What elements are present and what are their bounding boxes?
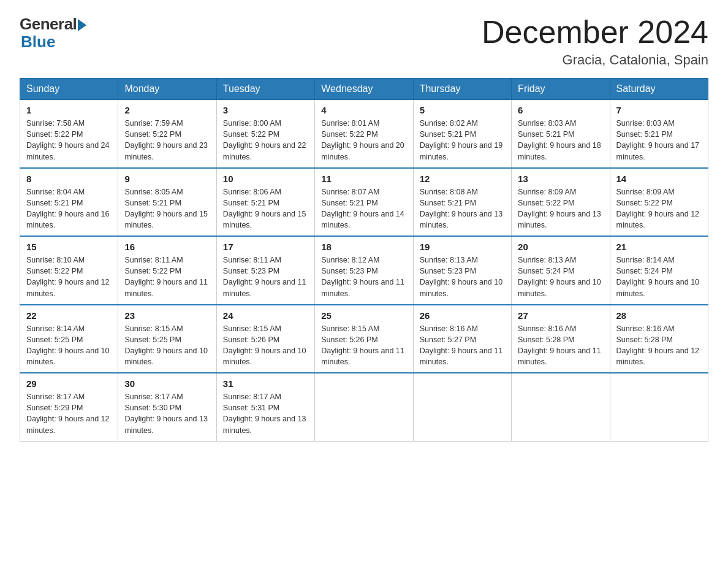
calendar-cell: 27 Sunrise: 8:16 AMSunset: 5:28 PMDaylig… [512,305,610,373]
day-info: Sunrise: 8:11 AMSunset: 5:22 PMDaylight:… [124,256,208,297]
weekday-header: Tuesday [216,79,314,100]
calendar-cell: 31 Sunrise: 8:17 AMSunset: 5:31 PMDaylig… [216,373,314,441]
day-number: 11 [321,174,406,184]
calendar-cell: 7 Sunrise: 8:03 AMSunset: 5:21 PMDayligh… [610,100,708,168]
calendar-week-row: 29 Sunrise: 8:17 AMSunset: 5:29 PMDaylig… [20,373,708,441]
day-number: 13 [518,174,603,184]
day-info: Sunrise: 8:09 AMSunset: 5:22 PMDaylight:… [518,188,601,229]
calendar-cell: 4 Sunrise: 8:01 AMSunset: 5:22 PMDayligh… [315,100,413,168]
day-number: 27 [518,310,603,321]
day-number: 20 [518,242,603,252]
calendar-cell: 1 Sunrise: 7:58 AMSunset: 5:22 PMDayligh… [20,100,118,168]
day-info: Sunrise: 8:08 AMSunset: 5:21 PMDaylight:… [420,188,503,229]
day-info: Sunrise: 8:17 AMSunset: 5:31 PMDaylight:… [223,393,306,434]
day-info: Sunrise: 8:09 AMSunset: 5:22 PMDaylight:… [616,188,700,229]
calendar-cell [512,373,610,441]
calendar-cell: 8 Sunrise: 8:04 AMSunset: 5:21 PMDayligh… [20,168,118,237]
calendar-cell: 21 Sunrise: 8:14 AMSunset: 5:24 PMDaylig… [610,236,708,305]
calendar-cell: 30 Sunrise: 8:17 AMSunset: 5:30 PMDaylig… [118,373,216,441]
day-info: Sunrise: 8:03 AMSunset: 5:21 PMDaylight:… [518,119,601,161]
day-number: 30 [124,378,210,389]
calendar-cell: 25 Sunrise: 8:15 AMSunset: 5:26 PMDaylig… [315,305,413,373]
day-info: Sunrise: 8:13 AMSunset: 5:23 PMDaylight:… [420,256,503,297]
day-info: Sunrise: 8:10 AMSunset: 5:22 PMDaylight:… [26,256,110,297]
calendar-cell: 5 Sunrise: 8:02 AMSunset: 5:21 PMDayligh… [413,100,511,168]
day-info: Sunrise: 8:03 AMSunset: 5:21 PMDaylight:… [616,119,700,161]
day-number: 2 [124,105,210,115]
day-info: Sunrise: 8:00 AMSunset: 5:22 PMDaylight:… [223,119,306,161]
day-info: Sunrise: 8:05 AMSunset: 5:21 PMDaylight:… [124,188,208,229]
logo: General Blue [20,15,86,52]
calendar-cell: 13 Sunrise: 8:09 AMSunset: 5:22 PMDaylig… [512,168,610,237]
weekday-header: Sunday [20,79,118,100]
day-number: 4 [321,105,406,115]
day-number: 24 [223,310,308,321]
day-info: Sunrise: 8:15 AMSunset: 5:26 PMDaylight:… [223,324,306,366]
day-number: 18 [321,242,406,252]
calendar-cell: 23 Sunrise: 8:15 AMSunset: 5:25 PMDaylig… [118,305,216,373]
title-block: December 2024 Gracia, Catalonia, Spain [482,15,708,68]
weekday-header: Friday [512,79,610,100]
day-info: Sunrise: 8:12 AMSunset: 5:23 PMDaylight:… [321,256,404,297]
day-info: Sunrise: 8:13 AMSunset: 5:24 PMDaylight:… [518,256,601,297]
calendar-cell: 15 Sunrise: 8:10 AMSunset: 5:22 PMDaylig… [20,236,118,305]
calendar-cell: 12 Sunrise: 8:08 AMSunset: 5:21 PMDaylig… [413,168,511,237]
day-number: 19 [420,242,505,252]
calendar-cell: 11 Sunrise: 8:07 AMSunset: 5:21 PMDaylig… [315,168,413,237]
day-info: Sunrise: 8:16 AMSunset: 5:28 PMDaylight:… [518,324,601,366]
day-number: 31 [223,378,308,389]
day-info: Sunrise: 8:02 AMSunset: 5:21 PMDaylight:… [420,119,503,161]
calendar-cell: 18 Sunrise: 8:12 AMSunset: 5:23 PMDaylig… [315,236,413,305]
calendar-cell: 3 Sunrise: 8:00 AMSunset: 5:22 PMDayligh… [216,100,314,168]
day-info: Sunrise: 8:16 AMSunset: 5:28 PMDaylight:… [616,324,700,366]
day-number: 14 [616,174,702,184]
day-number: 17 [223,242,308,252]
calendar-cell: 20 Sunrise: 8:13 AMSunset: 5:24 PMDaylig… [512,236,610,305]
calendar-cell: 19 Sunrise: 8:13 AMSunset: 5:23 PMDaylig… [413,236,511,305]
day-number: 21 [616,242,702,252]
calendar-cell: 26 Sunrise: 8:16 AMSunset: 5:27 PMDaylig… [413,305,511,373]
day-info: Sunrise: 7:58 AMSunset: 5:22 PMDaylight:… [26,119,110,161]
day-number: 9 [124,174,210,184]
calendar-week-row: 22 Sunrise: 8:14 AMSunset: 5:25 PMDaylig… [20,305,708,373]
day-info: Sunrise: 8:07 AMSunset: 5:21 PMDaylight:… [321,188,404,229]
logo-arrow-icon [78,19,86,31]
calendar-cell: 14 Sunrise: 8:09 AMSunset: 5:22 PMDaylig… [610,168,708,237]
day-info: Sunrise: 8:14 AMSunset: 5:25 PMDaylight:… [26,324,110,366]
calendar-cell: 9 Sunrise: 8:05 AMSunset: 5:21 PMDayligh… [118,168,216,237]
day-number: 3 [223,105,308,115]
calendar-cell: 10 Sunrise: 8:06 AMSunset: 5:21 PMDaylig… [216,168,314,237]
day-info: Sunrise: 8:04 AMSunset: 5:21 PMDaylight:… [26,188,110,229]
page-header: General Blue December 2024 Gracia, Catal… [20,15,708,68]
location-subtitle: Gracia, Catalonia, Spain [482,52,708,68]
calendar-cell: 6 Sunrise: 8:03 AMSunset: 5:21 PMDayligh… [512,100,610,168]
day-number: 23 [124,310,210,321]
day-number: 5 [420,105,505,115]
day-number: 12 [420,174,505,184]
calendar-week-row: 8 Sunrise: 8:04 AMSunset: 5:21 PMDayligh… [20,168,708,237]
weekday-header: Wednesday [315,79,413,100]
calendar-cell: 24 Sunrise: 8:15 AMSunset: 5:26 PMDaylig… [216,305,314,373]
calendar-cell [413,373,511,441]
weekday-header: Monday [118,79,216,100]
day-info: Sunrise: 8:16 AMSunset: 5:27 PMDaylight:… [420,324,503,366]
weekday-header: Thursday [413,79,511,100]
calendar-week-row: 1 Sunrise: 7:58 AMSunset: 5:22 PMDayligh… [20,100,708,168]
day-number: 29 [26,378,112,389]
weekday-header: Saturday [610,79,708,100]
calendar-cell: 22 Sunrise: 8:14 AMSunset: 5:25 PMDaylig… [20,305,118,373]
day-info: Sunrise: 8:15 AMSunset: 5:25 PMDaylight:… [124,324,208,366]
calendar-cell: 2 Sunrise: 7:59 AMSunset: 5:22 PMDayligh… [118,100,216,168]
day-info: Sunrise: 8:11 AMSunset: 5:23 PMDaylight:… [223,256,306,297]
calendar-table: SundayMondayTuesdayWednesdayThursdayFrid… [20,78,708,442]
day-number: 28 [616,310,702,321]
day-number: 25 [321,310,406,321]
month-year-title: December 2024 [482,15,708,50]
weekday-header-row: SundayMondayTuesdayWednesdayThursdayFrid… [20,79,708,100]
day-info: Sunrise: 8:06 AMSunset: 5:21 PMDaylight:… [223,188,306,229]
calendar-cell [610,373,708,441]
calendar-cell: 17 Sunrise: 8:11 AMSunset: 5:23 PMDaylig… [216,236,314,305]
day-number: 1 [26,105,112,115]
calendar-cell: 28 Sunrise: 8:16 AMSunset: 5:28 PMDaylig… [610,305,708,373]
day-info: Sunrise: 8:15 AMSunset: 5:26 PMDaylight:… [321,324,404,366]
